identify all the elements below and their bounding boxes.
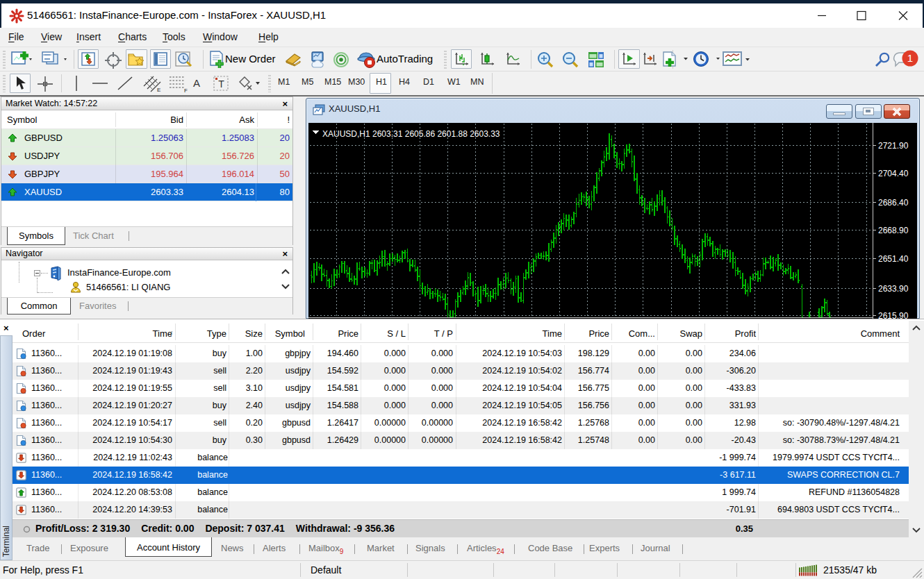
svg-text:T: T [218, 78, 224, 90]
svg-text:2615.90: 2615.90 [878, 311, 909, 319]
svg-text:E: E [157, 87, 160, 93]
svg-text:2651.40: 2651.40 [878, 254, 909, 264]
svg-text:1: 1 [907, 52, 913, 64]
svg-text:XAUUSD,H1 2603.31 2605.86 260: XAUUSD,H1 2603.31 2605.86 2601.88 2603.3… [322, 129, 500, 139]
svg-text:2721.90: 2721.90 [878, 141, 909, 151]
svg-text:2704.40: 2704.40 [878, 169, 909, 178]
svg-text:F: F [184, 87, 188, 93]
svg-text:2668.90: 2668.90 [878, 226, 909, 235]
svg-text:2633.90: 2633.90 [878, 284, 909, 294]
svg-text:2686.40: 2686.40 [878, 198, 909, 208]
